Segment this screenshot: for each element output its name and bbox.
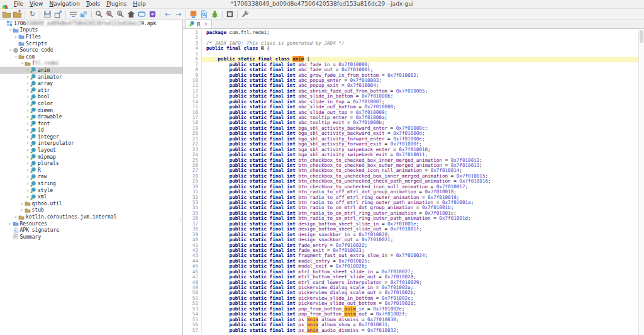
packages-icon[interactable] bbox=[79, 9, 89, 20]
tree-item-bool[interactable]: ›cbool bbox=[0, 94, 182, 101]
save-all-icon[interactable] bbox=[42, 9, 53, 20]
deobfuscation-icon[interactable] bbox=[136, 9, 147, 20]
tree-item-17069-apk[interactable]: 1706338049_bd09d8e47506420538fed153a816d… bbox=[0, 20, 182, 27]
tree-item-array[interactable]: ›carray bbox=[0, 80, 182, 87]
export-icon[interactable] bbox=[53, 9, 64, 20]
tree-item-integer[interactable]: ›cinteger bbox=[0, 133, 182, 140]
main-activity-icon[interactable] bbox=[126, 9, 136, 20]
reload-icon[interactable]: ↻ bbox=[27, 9, 38, 20]
chevron-right-icon[interactable]: › bbox=[25, 161, 30, 166]
tree-item-font[interactable]: ›cfont bbox=[0, 120, 182, 127]
menu-view[interactable]: View bbox=[26, 0, 46, 8]
chevron-right-icon[interactable]: › bbox=[25, 168, 30, 173]
code-line[interactable]: 1package com.ftl.redmi; bbox=[183, 30, 638, 35]
open-file-icon[interactable] bbox=[1, 9, 12, 20]
chevron-down-icon[interactable]: › bbox=[7, 48, 13, 53]
chevron-right-icon[interactable]: › bbox=[25, 74, 30, 80]
tree-item-r[interactable]: ›cR bbox=[0, 167, 182, 174]
tree-item-stub[interactable]: ›stub bbox=[0, 207, 182, 214]
chevron-right-icon[interactable]: › bbox=[19, 207, 25, 213]
chevron-down-icon[interactable]: › bbox=[13, 54, 19, 59]
flatten-packages-icon[interactable] bbox=[68, 9, 79, 20]
tree-item-raw[interactable]: ›craw bbox=[0, 174, 182, 181]
close-icon[interactable]: × bbox=[204, 22, 208, 27]
forward-icon[interactable]: → bbox=[173, 9, 184, 20]
tree-item-id[interactable]: ›cid bbox=[0, 127, 182, 134]
chevron-right-icon[interactable]: › bbox=[25, 108, 30, 113]
chevron-right-icon[interactable]: › bbox=[25, 134, 30, 140]
device-icon[interactable] bbox=[188, 9, 199, 20]
chevron-right-icon[interactable]: › bbox=[25, 88, 30, 93]
tree-item-style[interactable]: ›cstyle bbox=[0, 187, 182, 194]
debug-icon[interactable] bbox=[209, 9, 220, 20]
chevron-right-icon[interactable]: › bbox=[25, 101, 30, 106]
quark-icon[interactable] bbox=[147, 9, 158, 20]
menu-file[interactable]: File bbox=[11, 0, 26, 8]
tree-item-layout[interactable]: ›clayout bbox=[0, 147, 182, 154]
tree-item-string[interactable]: ›cstring bbox=[0, 180, 182, 187]
chevron-right-icon[interactable]: › bbox=[25, 114, 30, 120]
chevron-right-icon[interactable]: › bbox=[25, 67, 30, 73]
tab-R[interactable]: c R × bbox=[186, 20, 212, 28]
chevron-right-icon[interactable]: › bbox=[25, 194, 30, 200]
splitter-grip[interactable]: ⁞ bbox=[180, 219, 181, 221]
tree-item-plurals[interactable]: ›cplurals bbox=[0, 160, 182, 167]
class-search-icon[interactable] bbox=[115, 9, 126, 20]
tree-item-files[interactable]: ›Files bbox=[0, 33, 182, 40]
chevron-right-icon[interactable]: › bbox=[13, 214, 18, 220]
code-line[interactable]: 57 public static final int ps_anim_audio… bbox=[183, 328, 638, 333]
chevron-right-icon[interactable]: › bbox=[25, 181, 30, 186]
tree-item-color[interactable]: ›ccolor bbox=[0, 100, 182, 107]
code-area[interactable]: 1package com.ftl.redmi;23/* JADX INFO: T… bbox=[183, 29, 638, 335]
add-files-icon[interactable] bbox=[12, 9, 23, 20]
menu-help[interactable]: Help bbox=[130, 0, 149, 8]
tree-item-drawable[interactable]: ›cdrawable bbox=[0, 113, 182, 120]
scrollbar[interactable] bbox=[638, 29, 644, 335]
chevron-right-icon[interactable]: › bbox=[8, 221, 13, 227]
tree-item-kotlin-coroutines-jvm-internal[interactable]: ›kotlin.coroutines.jvm.internal bbox=[0, 213, 182, 220]
chevron-right-icon[interactable]: › bbox=[25, 121, 30, 127]
tree-item-summary[interactable]: Summary bbox=[0, 234, 182, 241]
tree-item-attr[interactable]: ›cattr bbox=[0, 87, 182, 94]
tree-item-com[interactable]: ›com bbox=[0, 54, 182, 60]
chevron-right-icon[interactable]: › bbox=[25, 154, 30, 160]
chevron-right-icon[interactable]: › bbox=[25, 188, 30, 193]
tree-item-label: qihoo.util bbox=[31, 201, 62, 207]
chevron-right-icon[interactable]: › bbox=[19, 201, 25, 207]
file-tree-panel[interactable]: ⁞ 1706338049_bd09d8e47506420538fed153a81… bbox=[0, 20, 183, 335]
chevron-right-icon[interactable]: › bbox=[25, 140, 30, 146]
tree-item-f[interactable]: ›ftl.redmi bbox=[0, 60, 182, 67]
panel-toggle-icon[interactable] bbox=[225, 9, 235, 20]
tree-item-animator[interactable]: ›canimator bbox=[0, 74, 182, 81]
menu-tools[interactable]: Tools bbox=[83, 0, 103, 8]
tree-item-qihoo-util[interactable]: ›qihoo.util bbox=[0, 200, 182, 207]
tree-item-apk-signature[interactable]: APK signature bbox=[0, 227, 182, 234]
tree-item-scripts[interactable]: Scripts bbox=[0, 40, 182, 47]
scrollbar-thumb[interactable] bbox=[640, 30, 643, 43]
chevron-right-icon[interactable]: › bbox=[13, 34, 18, 40]
chevron-down-icon[interactable]: › bbox=[7, 28, 13, 33]
menu-plugins[interactable]: Plugins bbox=[103, 0, 130, 8]
tree-item-resources[interactable]: ›Resources bbox=[0, 220, 182, 227]
chevron-right-icon[interactable]: › bbox=[25, 174, 30, 179]
tree-item-interpolator[interactable]: ›cinterpolator bbox=[0, 140, 182, 147]
search-icon[interactable] bbox=[94, 9, 104, 20]
chevron-right-icon[interactable]: › bbox=[25, 147, 30, 153]
tree-item-dimen[interactable]: ›cdimen bbox=[0, 107, 182, 114]
tree-item-inputs[interactable]: ›Inputs bbox=[0, 27, 182, 34]
chevron-right-icon[interactable]: › bbox=[25, 81, 30, 86]
text-search-icon[interactable] bbox=[104, 9, 115, 20]
svg-text:c: c bbox=[33, 101, 35, 105]
chevron-right-icon[interactable]: › bbox=[25, 94, 30, 99]
back-icon[interactable]: ← bbox=[162, 9, 173, 20]
chevron-right-icon[interactable]: › bbox=[25, 127, 30, 133]
preferences-icon[interactable] bbox=[240, 9, 250, 20]
code-line[interactable]: 4public final class R { bbox=[183, 46, 638, 51]
tree-item-source-code[interactable]: ›Source code bbox=[0, 47, 182, 54]
menu-navigation[interactable]: Navigation bbox=[46, 0, 83, 8]
log-viewer-icon[interactable] bbox=[199, 9, 209, 20]
tree-item-xml[interactable]: ›cxml bbox=[0, 193, 182, 200]
chevron-down-icon[interactable]: › bbox=[19, 61, 25, 66]
tree-item-anim[interactable]: ›canim bbox=[0, 67, 182, 74]
tree-item-mipmap[interactable]: ›cmipmap bbox=[0, 154, 182, 161]
